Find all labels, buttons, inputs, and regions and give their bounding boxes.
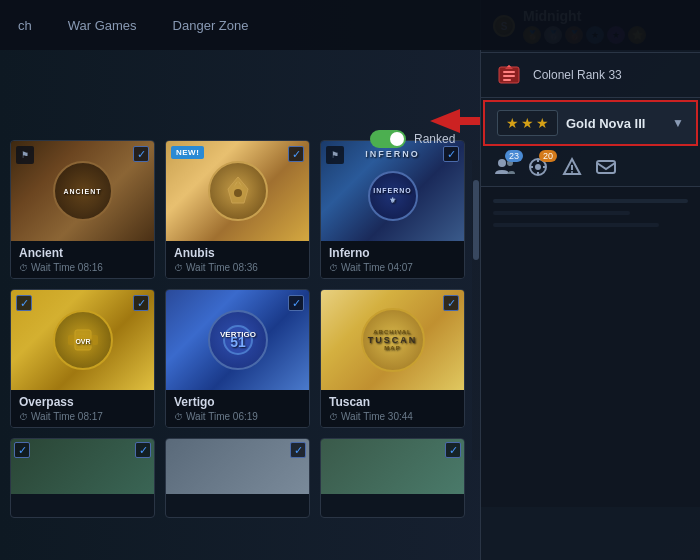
clock-icon: ⏱ <box>19 263 28 273</box>
vertigo-svg: VERTIGO 51 <box>218 320 258 360</box>
overpass-svg: OVR <box>63 320 103 360</box>
gold-nova-section[interactable]: ★ ★ ★ Gold Nova III ▼ <box>483 100 698 146</box>
clock-icon-inferno: ⏱ <box>329 263 338 273</box>
map-icon-inferno: ⚑ <box>326 146 344 164</box>
anubis-svg <box>220 173 256 209</box>
map-checkbox-inferno[interactable] <box>443 146 459 162</box>
ranked-label: Ranked <box>414 132 455 146</box>
content-divider3 <box>493 223 659 227</box>
map-name-tuscan: Tuscan <box>329 395 456 409</box>
map-grid: ⚑ ANCIENT Ancient ⏱ Wait Time 08:16 NEW! <box>10 140 465 428</box>
inferno-top-text: INFERNO <box>365 149 420 159</box>
svg-text:OVR: OVR <box>75 338 90 345</box>
notification-icon-container[interactable]: 20 <box>527 156 549 178</box>
map-wait-inferno: ⏱ Wait Time 04:07 <box>329 262 456 273</box>
svg-text:51: 51 <box>230 334 246 350</box>
colonel-rank-text: Colonel Rank 33 <box>533 68 622 82</box>
map-wait-tuscan: ⏱ Wait Time 30:44 <box>329 411 456 422</box>
map-wait-anubis: ⏱ Wait Time 08:36 <box>174 262 301 273</box>
map-wait-ancient: ⏱ Wait Time 08:16 <box>19 262 146 273</box>
star2: ★ <box>521 115 534 131</box>
top-nav: ch War Games Danger Zone <box>0 0 700 50</box>
nav-dangerzone[interactable]: Danger Zone <box>165 14 257 37</box>
map-thumb-extra3 <box>321 439 464 494</box>
ranked-row: Ranked <box>370 130 455 148</box>
dropdown-arrow[interactable]: ▼ <box>672 116 684 130</box>
gold-nova-text: Gold Nova III <box>566 116 645 131</box>
rank-section: Colonel Rank 33 <box>481 53 700 98</box>
map-name-ancient: Ancient <box>19 246 146 260</box>
scrollbar-thumb <box>473 180 479 260</box>
svg-rect-14 <box>503 75 515 77</box>
clock-icon-tuscan: ⏱ <box>329 412 338 422</box>
map-card-vertigo[interactable]: VERTIGO 51 Vertigo ⏱ Wait Time 06:19 <box>165 289 310 428</box>
map-card-ancient[interactable]: ⚑ ANCIENT Ancient ⏱ Wait Time 08:16 <box>10 140 155 279</box>
scrollbar[interactable] <box>472 160 480 460</box>
nav-wargames[interactable]: War Games <box>60 14 145 37</box>
panel-content <box>481 187 700 507</box>
svg-point-20 <box>535 164 541 170</box>
map-thumb-tuscan: ARCHIVAL TUSCAN MAP <box>321 290 464 390</box>
map-name-inferno: Inferno <box>329 246 456 260</box>
map-info-anubis: Anubis ⏱ Wait Time 08:36 <box>166 241 309 278</box>
star3: ★ <box>536 115 549 131</box>
mail-icon <box>595 156 617 178</box>
toggle-knob <box>390 132 404 146</box>
svg-point-3 <box>234 189 242 197</box>
map-checkbox-ancient[interactable] <box>133 146 149 162</box>
map-checkbox-tuscan[interactable] <box>443 295 459 311</box>
content-divider <box>493 199 688 203</box>
friends-icon-container[interactable]: 23 <box>493 156 515 178</box>
map-checkbox-extra1[interactable] <box>14 442 30 458</box>
content-divider2 <box>493 211 630 215</box>
map-card-tuscan[interactable]: ARCHIVAL TUSCAN MAP Tuscan ⏱ Wait Time 3… <box>320 289 465 428</box>
alert-icon-container[interactable] <box>561 156 583 178</box>
friends-count: 23 <box>505 150 523 162</box>
map-checkbox-vertigo[interactable] <box>288 295 304 311</box>
map-icon-ancient: ⚑ <box>16 146 34 164</box>
colonel-badge <box>493 59 525 91</box>
map-checkbox-overpass[interactable] <box>16 295 32 311</box>
clock-icon-overpass: ⏱ <box>19 412 28 422</box>
map-name-overpass: Overpass <box>19 395 146 409</box>
map-card-anubis[interactable]: NEW! Anubis ⏱ Wait Time 08:36 <box>165 140 310 279</box>
map-name-vertigo: Vertigo <box>174 395 301 409</box>
map-thumb-extra1 <box>11 439 154 494</box>
map-thumb-vertigo: VERTIGO 51 <box>166 290 309 390</box>
map-logo-overpass: OVR <box>53 310 113 370</box>
map-thumb-overpass: OVR <box>11 290 154 390</box>
colonel-svg <box>493 59 525 91</box>
map-info-tuscan: Tuscan ⏱ Wait Time 30:44 <box>321 390 464 427</box>
stars-badge: ★ ★ ★ <box>497 110 558 136</box>
svg-marker-12 <box>507 65 511 67</box>
clock-icon-vertigo: ⏱ <box>174 412 183 422</box>
mail-icon-container[interactable] <box>595 156 617 178</box>
map-info-vertigo: Vertigo ⏱ Wait Time 06:19 <box>166 390 309 427</box>
map-card-extra3[interactable] <box>320 438 465 518</box>
ranked-toggle[interactable] <box>370 130 406 148</box>
map-info-ancient: Ancient ⏱ Wait Time 08:16 <box>11 241 154 278</box>
nav-ch[interactable]: ch <box>10 14 40 37</box>
map-info-inferno: Inferno ⏱ Wait Time 04:07 <box>321 241 464 278</box>
map-checkbox2-overpass[interactable] <box>133 295 149 311</box>
map-checkbox2-extra1[interactable] <box>135 442 151 458</box>
map-logo-inferno: INFERNO ⚜ <box>368 171 418 221</box>
svg-rect-15 <box>503 79 511 81</box>
map-card-extra2[interactable] <box>165 438 310 518</box>
map-checkbox-extra3[interactable] <box>445 442 461 458</box>
map-checkbox-extra2[interactable] <box>290 442 306 458</box>
alert-icon <box>561 156 583 178</box>
map-wait-overpass: ⏱ Wait Time 08:17 <box>19 411 146 422</box>
map-grid-area: ⚑ ANCIENT Ancient ⏱ Wait Time 08:16 NEW! <box>0 50 475 560</box>
notification-count: 20 <box>539 150 557 162</box>
map-checkbox-anubis[interactable] <box>288 146 304 162</box>
map-logo-ancient: ANCIENT <box>53 161 113 221</box>
star1: ★ <box>506 115 519 131</box>
map-card-overpass[interactable]: OVR Overpass ⏱ Wait Time 08:17 <box>10 289 155 428</box>
map-thumb-anubis: NEW! <box>166 141 309 241</box>
map-logo-tuscan: ARCHIVAL TUSCAN MAP <box>361 308 425 372</box>
svg-point-26 <box>571 171 573 173</box>
map-card-extra1[interactable] <box>10 438 155 518</box>
bottom-map-row <box>10 438 465 518</box>
map-card-inferno[interactable]: ⚑ INFERNO INFERNO ⚜ Inferno ⏱ Wait Time … <box>320 140 465 279</box>
